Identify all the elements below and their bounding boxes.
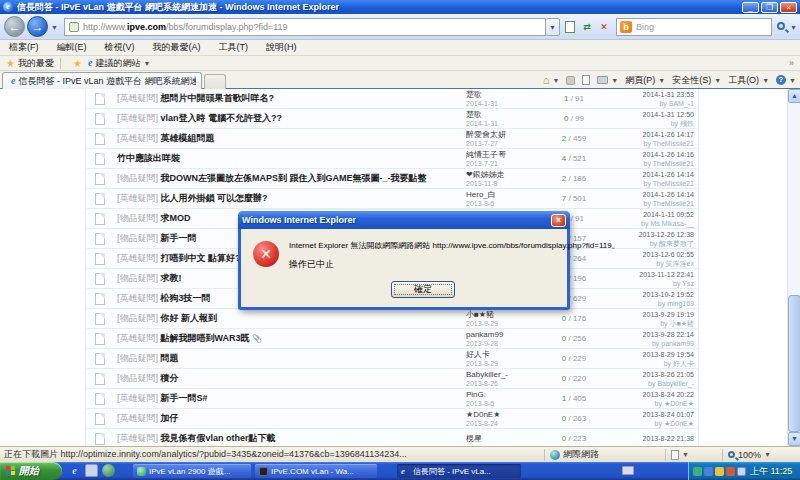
lastpost-date[interactable]: 2013-12-6 02:55	[602, 250, 694, 259]
lastpost-date[interactable]: 2014-1-26 14:16	[602, 150, 694, 159]
thread-row[interactable]: [物品疑問] 積分 📎 Babykiller_- 2013-8-26 0 / 2…	[86, 369, 698, 389]
thread-title-link[interactable]: 松狗3技一問	[161, 293, 211, 303]
thread-row[interactable]: [英雄疑問] 比人用外掛鎖 可以怎麼辦? 📎 Hero_白 2013-8-6 7…	[86, 189, 698, 209]
menu-tools[interactable]: 工具(T)	[210, 41, 258, 54]
menu-edit[interactable]: 編輯(E)	[48, 41, 96, 54]
toolbar-overflow-chevron[interactable]: »	[789, 58, 794, 68]
tray-icon-4[interactable]	[726, 467, 735, 476]
lastpost-date[interactable]: 2013-9-29 19:19	[602, 310, 694, 319]
lastpost-author[interactable]: by 殘鉄	[602, 119, 694, 128]
zoom-control[interactable]: 100%▼	[728, 450, 800, 460]
thread-title-link[interactable]: 加仔	[161, 413, 179, 423]
thread-row[interactable]: [英雄疑問] 點解我開唔到WAR3既 📎 pankam99 2013-9-28 …	[86, 329, 698, 349]
print-button[interactable]: ▼	[597, 76, 618, 84]
tray-icon-1[interactable]	[693, 467, 702, 476]
lastpost-author[interactable]: by TheMissile21	[602, 199, 694, 208]
maximize-button[interactable]: ❐	[761, 2, 778, 13]
minimize-button[interactable]: _	[742, 2, 759, 13]
thread-author[interactable]: 純情王子哥	[466, 150, 546, 159]
thread-title-link[interactable]: 新手一問S#	[161, 393, 208, 403]
scroll-up-arrow[interactable]: ▲	[788, 89, 800, 103]
thread-author[interactable]: 楚歌	[466, 90, 546, 99]
search-box[interactable]: b Bing	[616, 18, 772, 36]
lastpost-author[interactable]: by ★D0nE★	[602, 419, 694, 428]
favorites-button[interactable]: 我的最愛	[18, 57, 54, 70]
lastpost-date[interactable]: 2013-8-22 21:38	[602, 434, 694, 443]
lastpost-date[interactable]: 2014-1-26 14:17	[602, 130, 694, 139]
help-button[interactable]: ?▼	[776, 75, 796, 85]
suggested-sites-dropdown-icon[interactable]: ▼	[143, 60, 150, 67]
taskbar-button-2[interactable]: IPvE.COM vLan - Wa...	[255, 464, 377, 478]
thread-title-link[interactable]: 比人用外掛鎖 可以怎麼辦?	[161, 193, 268, 203]
thread-row[interactable]: [物品疑問] 我DOWN左張圖放左係MAPS到 跟住入到GAME無張圖-_-我要…	[86, 169, 698, 189]
thread-author[interactable]: ★D0nE★	[466, 410, 546, 419]
thread-title-link[interactable]: 求教!	[161, 273, 182, 283]
taskbar-button-1[interactable]: IPvE vLan 2900 遊戲...	[133, 464, 251, 478]
thread-author[interactable]: 梘星	[466, 434, 546, 443]
tray-icon-5[interactable]	[737, 467, 746, 476]
lastpost-author[interactable]: by pankam99	[602, 339, 694, 348]
thread-author[interactable]: 好人卡	[466, 350, 546, 359]
lastpost-author[interactable]: by ming169	[602, 299, 694, 308]
thread-row[interactable]: [英雄疑問] 英雄模組問題 📎 醉愛會太妍 2013-7-27 2 / 459 …	[86, 129, 698, 149]
thread-row[interactable]: [英雄疑問] 想問片中開頭果首歌叫咩名? 📎 楚歌 2014-1-31 1 / …	[86, 89, 698, 109]
quick-launch-app-icon[interactable]	[102, 464, 115, 477]
lastpost-author[interactable]: by TheMissile21	[602, 179, 694, 188]
lastpost-author[interactable]: by TheMissile21	[602, 159, 694, 168]
lastpost-date[interactable]: 2013-8-24 20:22	[602, 390, 694, 399]
quick-launch-ie-icon[interactable]: e	[68, 464, 81, 477]
lastpost-date[interactable]: 2013-8-24 01:07	[602, 410, 694, 419]
read-mail-button[interactable]	[582, 75, 590, 85]
new-tab-button[interactable]	[204, 74, 226, 89]
page-menu-button[interactable]: 網頁(P)▼	[625, 74, 665, 87]
lastpost-date[interactable]: 2013-10-2 19:52	[602, 290, 694, 299]
lastpost-date[interactable]: 2013-8-26 21:05	[602, 370, 694, 379]
stop-button[interactable]: ✕	[596, 18, 612, 36]
thread-author[interactable]: 醉愛會太妍	[466, 130, 546, 139]
thread-row[interactable]: [物品疑問] 問題 📎 好人卡 2013-8-29 0 / 229 2013-8…	[86, 349, 698, 369]
tools-menu-button[interactable]: 工具(O)▼	[728, 74, 769, 87]
menu-favorites[interactable]: 我的最愛(A)	[144, 41, 210, 54]
lastpost-date[interactable]: 2014-1-26 14:14	[602, 170, 694, 179]
thread-title-link[interactable]: 英雄模組問題	[161, 133, 215, 143]
history-dropdown-icon[interactable]: ▼	[51, 24, 58, 31]
lastpost-date[interactable]: 2013-9-28 22:14	[602, 330, 694, 339]
start-button[interactable]: 開始	[0, 462, 62, 480]
protected-mode-indicator[interactable]: ▼	[671, 450, 717, 460]
close-button[interactable]: ×	[780, 2, 797, 13]
menu-file[interactable]: 檔案(F)	[0, 41, 48, 54]
home-button[interactable]: ⌂▼	[543, 74, 560, 86]
lastpost-date[interactable]: 2013-12-26 12:38	[602, 230, 694, 239]
lastpost-author[interactable]: by SAM_-1	[602, 99, 694, 108]
thread-title-link[interactable]: 竹中應該出咩裝	[117, 153, 180, 163]
tray-icon-3[interactable]	[715, 467, 724, 476]
tab-active[interactable]: e 信長問答 - IPvE vLan 遊戲平台 網吧系統網速加速	[2, 72, 202, 89]
menu-help[interactable]: 說明(H)	[257, 41, 306, 54]
thread-row[interactable]: [英雄疑問] vlan登入時 電腦不允許登入?? 📎 楚歌 2014-1-31 …	[86, 109, 698, 129]
thread-author[interactable]: pankam99	[466, 330, 546, 339]
address-bar[interactable]: http://www.ipve.com/bbs/forumdisplay.php…	[64, 18, 546, 36]
refresh-button[interactable]: ⇄	[579, 18, 595, 36]
thread-title-link[interactable]: 想問片中開頭果首歌叫咩名?	[161, 93, 275, 103]
show-desktop-icon[interactable]	[85, 464, 98, 477]
dialog-close-button[interactable]: ×	[551, 214, 566, 227]
compatibility-view-button[interactable]	[562, 18, 578, 36]
thread-row[interactable]: 竹中應該出咩裝 📎 純情王子哥 2013-7-21 4 / 521 2014-1…	[86, 149, 698, 169]
thread-title-link[interactable]: 你好 新人報到	[161, 313, 218, 323]
scrollbar-thumb[interactable]	[788, 295, 800, 432]
thread-row[interactable]: [英雄疑問] 新手一問S# 📎 PinG. 2013-8-6 1 / 405 2…	[86, 389, 698, 409]
thread-title-link[interactable]: 求MOD	[161, 213, 191, 223]
lastpost-author[interactable]: by 小■★豬	[602, 319, 694, 328]
thread-title-link[interactable]: 新手一問	[161, 233, 197, 243]
search-button[interactable]	[774, 18, 788, 36]
thread-title-link[interactable]: 點解我開唔到WAR3既	[161, 333, 250, 343]
suggested-sites-button[interactable]: 建議的網站	[95, 57, 140, 70]
printer-tray-icon[interactable]	[622, 466, 634, 475]
thread-author[interactable]: 楚歌	[466, 110, 546, 119]
back-button[interactable]: ←	[4, 16, 25, 37]
lastpost-author[interactable]: by Ms.Mikasa-__	[602, 219, 694, 228]
thread-title-link[interactable]: 打唔到中文 點算好?	[161, 253, 241, 263]
thread-title-link[interactable]: 問題	[161, 353, 179, 363]
tray-icon-2[interactable]	[704, 467, 713, 476]
thread-row[interactable]: [英雄疑問] 加仔 📎 ★D0nE★ 2013-8-24 0 / 263 201…	[86, 409, 698, 429]
